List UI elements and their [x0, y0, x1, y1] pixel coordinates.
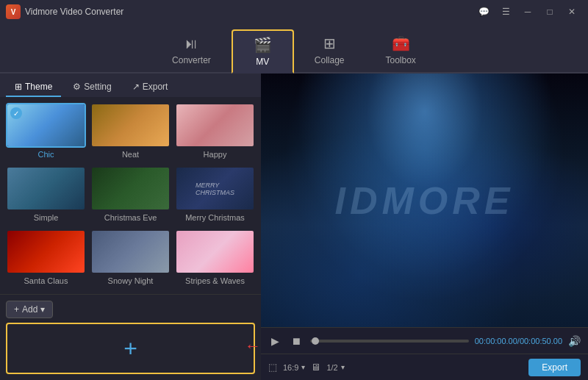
- maximize-button[interactable]: □: [539, 4, 560, 19]
- titlebar-controls[interactable]: 💬 ☰ ─ □ ✕: [473, 4, 582, 19]
- right-panel: IDMORE ▶ ⏹ 00:00:00.00/00:00:50.00 🔊 ⬚ 1…: [261, 74, 588, 380]
- theme-merry-christmas[interactable]: MERRYCHRISTMAS Merry Christmas: [175, 166, 255, 225]
- theme-tab-icon: ⊞: [15, 82, 22, 92]
- app-icon: V: [6, 4, 21, 19]
- setting-tab-label: Setting: [84, 82, 111, 92]
- video-preview: IDMORE: [261, 74, 588, 327]
- nav-mv[interactable]: 🎬 MV: [232, 29, 294, 74]
- theme-chic-label: Chic: [37, 150, 54, 159]
- tab-setting[interactable]: ⚙ Setting: [64, 78, 120, 97]
- nav-converter[interactable]: ⏯ Converter: [151, 28, 232, 72]
- theme-happy[interactable]: Happy: [175, 103, 255, 162]
- theme-check-chic: ✓: [10, 107, 22, 119]
- bottom-bar: ⬚ 16:9 ▾ 🖥 1/2 ▾ Export: [261, 354, 588, 380]
- setting-tab-icon: ⚙: [73, 82, 81, 92]
- close-button[interactable]: ✕: [562, 4, 582, 19]
- resolution-select[interactable]: 1/2 ▾: [326, 363, 344, 372]
- add-files-area[interactable]: +: [6, 323, 255, 374]
- add-chevron-icon: ▾: [40, 304, 45, 315]
- time-display: 00:00:00.00/00:00:50.00: [475, 337, 562, 345]
- add-section: + Add ▾ + ←: [0, 294, 261, 380]
- nav-collage[interactable]: ⊞ Collage: [294, 28, 365, 72]
- export-tab-icon: ↗: [132, 82, 140, 92]
- nav-toolbox[interactable]: 🧰 Toolbox: [365, 28, 437, 72]
- play-button[interactable]: ▶: [268, 334, 282, 348]
- monitor-icon: 🖥: [311, 362, 320, 373]
- theme-chic[interactable]: ✓ Chic: [6, 103, 86, 162]
- theme-snowy-label: Snowy Night: [108, 276, 154, 285]
- ratio-select[interactable]: 16:9 ▾: [283, 363, 305, 372]
- navbar: ⏯ Converter 🎬 MV ⊞ Collage 🧰 Toolbox: [0, 24, 588, 74]
- volume-icon[interactable]: 🔊: [568, 335, 581, 347]
- resolution-value: 1/2: [326, 363, 337, 372]
- ratio-value: 16:9: [283, 363, 298, 372]
- chat-button[interactable]: 💬: [473, 4, 494, 19]
- titlebar: V Vidmore Video Converter 💬 ☰ ─ □ ✕: [0, 0, 588, 24]
- theme-simple[interactable]: Simple: [6, 166, 86, 225]
- theme-santa-label: Santa Claus: [24, 276, 68, 285]
- theme-stripes-label: Stripes & Waves: [185, 276, 245, 285]
- add-label: Add: [22, 304, 37, 315]
- tab-theme[interactable]: ⊞ Theme: [6, 78, 61, 97]
- export-tab-label: Export: [143, 82, 168, 92]
- ratio-chevron: ▾: [301, 363, 305, 371]
- theme-grid: ✓ Chic Neat Happy Simple: [0, 97, 261, 294]
- nav-converter-label: Converter: [172, 55, 211, 65]
- theme-christmas-eve[interactable]: Christmas Eve: [90, 166, 171, 225]
- stop-button[interactable]: ⏹: [288, 334, 304, 348]
- minimize-button[interactable]: ─: [517, 4, 538, 19]
- add-button[interactable]: + Add ▾: [6, 301, 53, 318]
- preview-watermark: IDMORE: [335, 179, 514, 223]
- converter-icon: ⏯: [184, 35, 198, 52]
- toolbox-icon: 🧰: [392, 35, 410, 52]
- theme-simple-label: Simple: [34, 213, 59, 222]
- theme-neat[interactable]: Neat: [90, 103, 171, 162]
- controls-bar: ▶ ⏹ 00:00:00.00/00:00:50.00 🔊: [261, 327, 588, 354]
- resolution-chevron: ▾: [341, 363, 345, 371]
- collage-icon: ⊞: [323, 35, 336, 52]
- theme-happy-label: Happy: [204, 150, 227, 159]
- titlebar-left: V Vidmore Video Converter: [6, 4, 123, 19]
- tab-bar: ⊞ Theme ⚙ Setting ↗ Export: [0, 74, 261, 97]
- aspect-ratio-icon: ⬚: [268, 362, 277, 373]
- nav-collage-label: Collage: [315, 55, 345, 65]
- theme-snowy-night[interactable]: Snowy Night: [90, 229, 171, 288]
- add-plus-icon: +: [14, 304, 19, 315]
- menu-button[interactable]: ☰: [495, 4, 516, 19]
- theme-tab-label: Theme: [25, 82, 52, 92]
- export-button[interactable]: Export: [528, 359, 581, 376]
- main-content: ⊞ Theme ⚙ Setting ↗ Export ✓ Chic: [0, 74, 588, 380]
- add-files-plus-icon: +: [123, 335, 137, 362]
- theme-merry-label: Merry Christmas: [185, 213, 245, 222]
- theme-neat-label: Neat: [122, 150, 139, 159]
- theme-santa-claus[interactable]: Santa Claus: [6, 229, 86, 288]
- theme-stripes-waves[interactable]: Stripes & Waves: [175, 229, 255, 288]
- progress-track[interactable]: [310, 340, 469, 343]
- theme-christmas-label: Christmas Eve: [104, 213, 157, 222]
- app-title: Vidmore Video Converter: [25, 7, 123, 17]
- tab-export[interactable]: ↗ Export: [123, 78, 177, 97]
- nav-toolbox-label: Toolbox: [386, 55, 416, 65]
- mv-icon: 🎬: [254, 36, 272, 54]
- nav-mv-label: MV: [256, 57, 269, 67]
- progress-dot: [312, 337, 319, 345]
- left-panel: ⊞ Theme ⚙ Setting ↗ Export ✓ Chic: [0, 74, 261, 380]
